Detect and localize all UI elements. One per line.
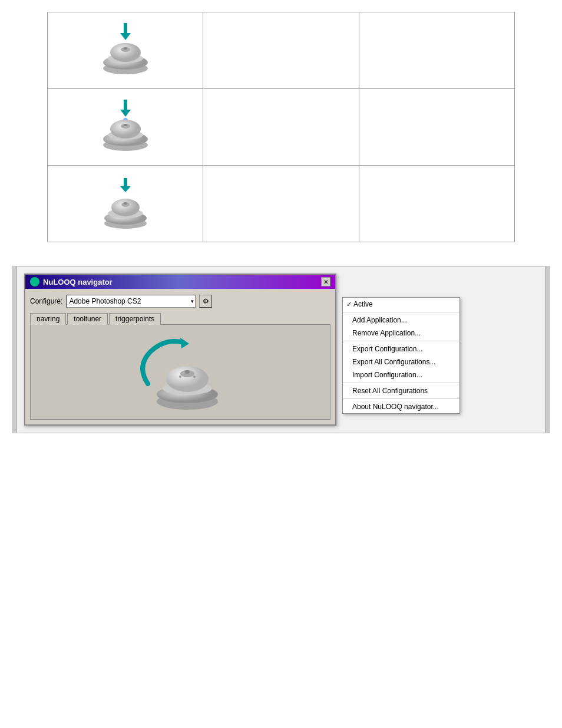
grid-cell-r3c3 [359, 166, 514, 242]
rotating-device-svg [133, 331, 227, 413]
configure-label: Configure: [30, 297, 62, 305]
menu-divider-1 [343, 312, 459, 312]
table-row [48, 166, 515, 242]
grid-cell-r3c2 [203, 166, 359, 242]
svg-marker-22 [180, 338, 189, 348]
svg-point-12 [110, 120, 141, 139]
grid-section [0, 6, 562, 254]
grid-cell-r2c2 [203, 89, 359, 166]
nav-window-content: Configure: Adobe Photoshop CS2 ⚙ navring [25, 289, 335, 424]
nav-window-title: NuLOOQ navigator [43, 278, 113, 286]
menu-item-about[interactable]: About NuLOOQ navigator... [343, 400, 459, 413]
configure-row: Configure: Adobe Photoshop CS2 ⚙ [30, 294, 330, 309]
menu-item-active[interactable]: Active [343, 298, 459, 311]
nav-close-button[interactable]: ✕ [321, 277, 330, 286]
gear-icon: ⚙ [203, 297, 209, 305]
svg-point-19 [111, 199, 140, 216]
svg-point-30 [193, 375, 196, 378]
table-row [48, 12, 515, 89]
svg-point-29 [179, 375, 181, 378]
svg-point-26 [166, 366, 209, 392]
grid-cell-r1c2 [203, 12, 359, 89]
menu-item-reset-all[interactable]: Reset All Configurations [343, 384, 459, 397]
grid-cell-r2c3 [359, 89, 514, 166]
tab-tooltuner[interactable]: tooltuner [67, 313, 108, 325]
nav-titlebar: NuLOOQ navigator ✕ [25, 275, 335, 289]
app-section: NuLOOQ navigator ✕ Configure: Adobe Phot… [0, 260, 562, 439]
device-with-arrow-3 [99, 173, 152, 232]
device-grid [47, 12, 515, 242]
left-border [12, 266, 16, 433]
menu-divider-3 [343, 383, 459, 383]
svg-marker-0 [120, 23, 131, 40]
right-border [546, 266, 550, 433]
nav-app-icon [30, 277, 39, 286]
svg-point-21 [124, 202, 127, 205]
svg-point-14 [124, 124, 127, 126]
configure-gear-button[interactable]: ⚙ [199, 295, 212, 308]
nav-title-area: NuLOOQ navigator [30, 277, 113, 286]
menu-divider-2 [343, 341, 459, 341]
device-with-arrow-2 [99, 97, 152, 156]
grid-cell-r2c1 [48, 89, 203, 166]
grid-cell-r1c1 [48, 12, 203, 89]
table-row [48, 89, 515, 166]
menu-item-import-config[interactable]: Import Configuration... [343, 368, 459, 381]
grid-cell-r1c3 [359, 12, 514, 89]
tab-content-area [30, 324, 330, 420]
tab-navring[interactable]: navring [30, 313, 66, 325]
configure-select-wrapper: Adobe Photoshop CS2 [66, 295, 196, 308]
svg-marker-7 [120, 100, 131, 117]
menu-item-remove-app[interactable]: Remove Application... [343, 327, 459, 340]
context-menu: Active Add Application... Remove Applica… [342, 297, 460, 414]
device-svg-2 [99, 97, 152, 156]
menu-item-add-app[interactable]: Add Application... [343, 314, 459, 327]
tabs-row: navring tooltuner triggerpoints [30, 312, 330, 324]
svg-marker-15 [120, 178, 131, 192]
app-outer-container: NuLOOQ navigator ✕ Configure: Adobe Phot… [16, 266, 546, 433]
menu-item-export-all-configs[interactable]: Export All Configurations... [343, 355, 459, 368]
menu-divider-4 [343, 398, 459, 399]
tab-triggerpoints[interactable]: triggerpoints [109, 313, 161, 325]
configure-select[interactable]: Adobe Photoshop CS2 [66, 295, 196, 308]
svg-point-4 [110, 43, 141, 62]
device-with-arrow-1 [99, 20, 152, 79]
menu-item-export-config[interactable]: Export Configuration... [343, 342, 459, 355]
device-svg-3 [99, 173, 152, 232]
svg-point-6 [124, 47, 127, 50]
nulooq-navigator-window: NuLOOQ navigator ✕ Configure: Adobe Phot… [24, 274, 336, 426]
device-svg-1 [99, 20, 152, 79]
grid-cell-r3c1 [48, 166, 203, 242]
svg-point-28 [185, 370, 190, 374]
rotating-device-display [133, 331, 227, 413]
